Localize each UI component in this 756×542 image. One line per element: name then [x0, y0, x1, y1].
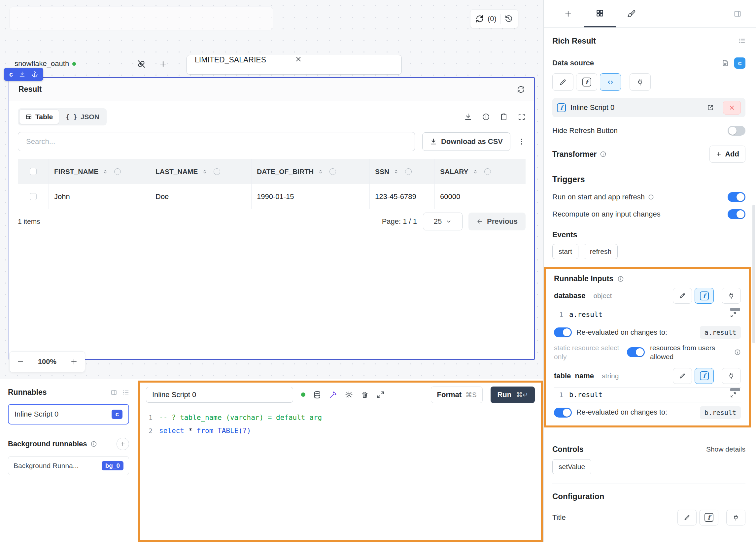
unlink-button[interactable]	[133, 56, 149, 72]
info-icon[interactable]	[617, 276, 624, 282]
scrollbar-thumb[interactable]	[752, 205, 755, 343]
download-icon[interactable]	[464, 113, 472, 121]
scrollbar-thumb[interactable]	[730, 308, 740, 311]
component-mini-toolbar[interactable]: c	[4, 68, 43, 81]
source-mode-static-button[interactable]	[552, 73, 573, 91]
expression-code[interactable]: a.result	[569, 311, 602, 319]
tab-components[interactable]	[584, 0, 616, 27]
info-icon[interactable]	[600, 151, 606, 157]
column-header[interactable]: SSN	[375, 168, 389, 176]
delete-trash-icon[interactable]	[361, 391, 369, 399]
format-button[interactable]: Format ⌘S	[431, 387, 483, 403]
toggle-panel-button[interactable]	[728, 0, 747, 27]
input-mode-plug-button[interactable]	[722, 368, 741, 384]
insert-below-icon[interactable]	[19, 71, 25, 78]
expression-code[interactable]: b.result	[569, 391, 602, 399]
event-chip-refresh[interactable]: refresh	[584, 244, 618, 259]
scrollbar-thumb[interactable]	[730, 388, 740, 391]
fullscreen-icon[interactable]	[518, 113, 526, 121]
column-header[interactable]: SALARY	[440, 168, 468, 176]
source-mode-function-button[interactable]	[576, 73, 597, 91]
reevaluate-toggle[interactable]	[554, 327, 572, 337]
refresh-icon[interactable]	[476, 15, 484, 23]
column-option-circle[interactable]	[405, 168, 412, 175]
result-widget[interactable]: Result Table { } JSON	[9, 77, 535, 360]
table-select-field[interactable]	[187, 55, 402, 75]
info-icon[interactable]	[482, 113, 490, 121]
tab-add-component[interactable]	[552, 0, 584, 27]
column-header[interactable]: DATE_OF_BIRTH	[257, 168, 314, 176]
database-icon[interactable]	[313, 391, 321, 399]
column-option-circle[interactable]	[214, 168, 220, 175]
zoom-out-icon[interactable]	[17, 358, 24, 366]
tab-table[interactable]: Table	[19, 110, 59, 124]
open-external-icon[interactable]	[707, 104, 714, 111]
search-input[interactable]	[25, 137, 407, 146]
docs-icon[interactable]	[122, 389, 129, 396]
file-icon[interactable]	[722, 59, 729, 67]
expand-expression-icon[interactable]	[730, 312, 736, 318]
zoom-in-icon[interactable]	[70, 358, 78, 366]
remove-script-button[interactable]	[723, 101, 741, 115]
history-icon[interactable]	[505, 15, 513, 23]
reevaluate-target-chip[interactable]: a.result	[700, 326, 741, 339]
hide-refresh-toggle[interactable]	[728, 126, 745, 136]
expand-expression-icon[interactable]	[730, 392, 736, 398]
input-mode-function-button[interactable]	[695, 288, 714, 304]
column-header[interactable]: LAST_NAME	[155, 168, 198, 176]
anchor-icon[interactable]	[31, 71, 38, 78]
sort-icon[interactable]	[202, 169, 208, 175]
sort-icon[interactable]	[393, 169, 399, 175]
info-icon[interactable]	[648, 194, 654, 200]
expand-editor-icon[interactable]	[377, 391, 385, 399]
component-ref-badge[interactable]: c	[734, 57, 745, 69]
source-mode-plug-button[interactable]	[630, 73, 651, 91]
background-runnable-item[interactable]: Background Runna... bg_0	[8, 456, 129, 475]
table-select-input[interactable]	[194, 55, 293, 65]
previous-page-button[interactable]: Previous	[468, 213, 526, 230]
copy-icon[interactable]	[500, 113, 508, 121]
input-mode-static-button[interactable]	[673, 288, 692, 304]
runnable-item-inline-script-0[interactable]: Inline Script 0 c	[8, 404, 129, 424]
row-checkbox[interactable]	[30, 193, 37, 200]
event-chip-start[interactable]: start	[552, 244, 578, 259]
resources-from-users-toggle[interactable]	[627, 347, 645, 357]
run-button[interactable]: Run ⌘↵	[491, 387, 535, 403]
add-table-button[interactable]	[155, 56, 171, 72]
title-mode-static-button[interactable]	[677, 510, 697, 525]
page-size-select[interactable]: 25	[423, 213, 463, 230]
settings-gear-icon[interactable]	[345, 391, 353, 399]
input-mode-function-button[interactable]	[695, 368, 714, 384]
add-transformer-button[interactable]: Add	[709, 146, 745, 163]
title-mode-plug-button[interactable]	[726, 510, 745, 525]
download-csv-button[interactable]: Download as CSV	[422, 132, 510, 151]
add-background-runnable-button[interactable]	[117, 438, 129, 450]
reevaluate-toggle[interactable]	[554, 408, 572, 418]
column-option-circle[interactable]	[114, 168, 121, 175]
info-icon[interactable]	[734, 349, 741, 356]
sort-icon[interactable]	[102, 169, 108, 175]
column-option-circle[interactable]	[329, 168, 336, 175]
info-icon[interactable]	[90, 441, 97, 447]
tab-styling[interactable]	[616, 0, 647, 27]
column-option-circle[interactable]	[484, 168, 491, 175]
code-area[interactable]: 1 -- ? table_name (varchar) = default ar…	[140, 407, 541, 441]
title-mode-function-button[interactable]	[699, 510, 718, 525]
table-row[interactable]: John Doe 1990-01-15 123-45-6789 60000	[18, 184, 526, 209]
input-expression-editor[interactable]: 1 a.result	[554, 307, 741, 322]
ai-wand-icon[interactable]	[329, 391, 337, 399]
search-field[interactable]	[18, 132, 415, 151]
tab-json[interactable]: { } JSON	[60, 110, 105, 124]
linked-script-row[interactable]: Inline Script 0	[552, 98, 745, 117]
run-on-start-toggle[interactable]	[728, 192, 745, 202]
script-name-input[interactable]	[152, 390, 288, 399]
source-mode-code-button[interactable]	[600, 73, 621, 91]
reevaluate-target-chip[interactable]: b.result	[700, 406, 741, 419]
script-name-field[interactable]	[146, 387, 293, 403]
clear-icon[interactable]	[295, 56, 302, 62]
column-header[interactable]: FIRST_NAME	[54, 168, 98, 176]
sort-icon[interactable]	[472, 169, 478, 175]
docs-list-icon[interactable]	[738, 37, 745, 45]
input-mode-static-button[interactable]	[673, 368, 692, 384]
collapse-panel-icon[interactable]	[111, 389, 117, 396]
